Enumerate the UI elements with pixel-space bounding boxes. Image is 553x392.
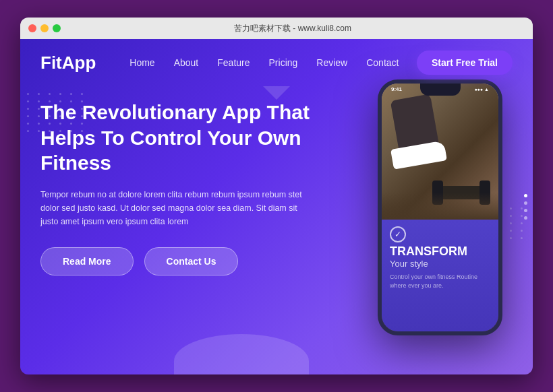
nav-item-pricing[interactable]: Pricing [269, 57, 298, 69]
pagination-dot-2[interactable] [524, 201, 527, 205]
nav-item-feature[interactable]: Feature [217, 57, 250, 69]
close-icon[interactable] [28, 24, 36, 32]
contact-us-button[interactable]: Contact Us [144, 247, 239, 275]
main-content: FitApp Home About Feature Pricing Review [20, 39, 533, 374]
nav-item-review[interactable]: Review [316, 57, 347, 69]
hero-text: The Revolutionary App That Helps To Cont… [40, 100, 351, 275]
nav-link-review[interactable]: Review [316, 57, 347, 68]
nav-item-home[interactable]: Home [129, 57, 154, 69]
pagination-dot-4[interactable] [524, 216, 527, 220]
window-controls [28, 24, 61, 32]
nav-item-about[interactable]: About [174, 57, 199, 69]
pagination-dot-3[interactable] [524, 209, 527, 212]
wave-blob-decoration [174, 334, 309, 374]
nav-link-about[interactable]: About [174, 57, 199, 68]
phone-status-icons: ●●● ▲ [474, 86, 489, 92]
start-trial-button[interactable]: Start Free Trial [417, 51, 513, 75]
minimize-icon[interactable] [40, 24, 49, 32]
titlebar: 苦力吧素材下载 - www.kuli8.com [20, 18, 533, 39]
pagination-dot-1[interactable] [524, 194, 527, 197]
nav-item-contact[interactable]: Contact [366, 57, 399, 69]
phone-status-bar: 9:41 ●●● ▲ [382, 86, 498, 92]
hero-section: The Revolutionary App That Helps To Cont… [20, 86, 533, 275]
app-logo[interactable]: FitApp [40, 53, 96, 73]
nav-link-feature[interactable]: Feature [217, 57, 250, 68]
window-title: 苦力吧素材下载 - www.kuli8.com [61, 23, 525, 34]
hero-description: Tempor rebum no at dolore lorem clita re… [40, 188, 310, 228]
maximize-icon[interactable] [53, 24, 61, 32]
phone-subtitle-text: Control your own fitness Routine where e… [390, 273, 490, 290]
hero-title: The Revolutionary App That Helps To Cont… [40, 100, 351, 176]
nav-link-contact[interactable]: Contact [366, 57, 399, 68]
read-more-button[interactable]: Read More [40, 247, 134, 275]
browser-window: 苦力吧素材下载 - www.kuli8.com FitApp [20, 18, 533, 374]
navbar: FitApp Home About Feature Pricing Review [20, 39, 533, 86]
nav-link-pricing[interactable]: Pricing [269, 57, 298, 68]
phone-time: 9:41 [391, 86, 402, 92]
hero-buttons: Read More Contact Us [40, 247, 351, 275]
nav-links: Home About Feature Pricing Review Contac… [129, 57, 417, 69]
pagination-dots [524, 194, 527, 220]
nav-link-home[interactable]: Home [129, 57, 154, 68]
